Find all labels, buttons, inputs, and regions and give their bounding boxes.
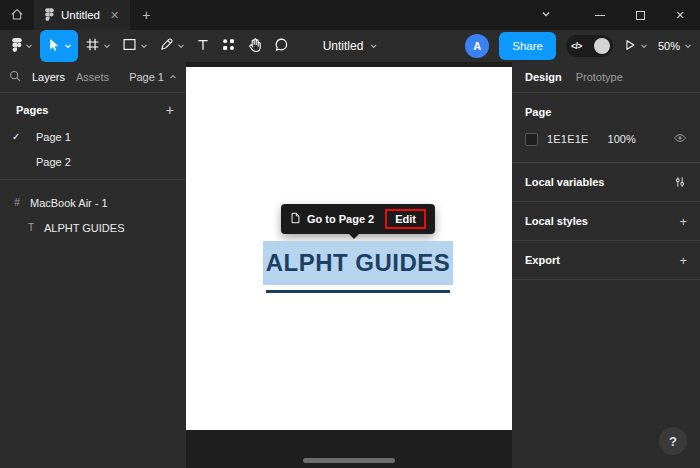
layer-item-text[interactable]: T ALPHT GUIDES xyxy=(0,215,186,240)
visibility-toggle[interactable] xyxy=(673,131,687,147)
home-icon xyxy=(10,8,24,23)
search-icon xyxy=(9,70,21,84)
color-hex-value[interactable]: 1E1E1E xyxy=(547,133,589,145)
main-area: Layers Assets Page 1 Pages + ✓ Page 1 xyxy=(0,62,700,468)
tab-close-icon[interactable]: ✕ xyxy=(110,9,119,22)
figma-app-window: Untitled ✕ + ✕ xyxy=(0,0,700,468)
local-styles-label: Local styles xyxy=(525,215,588,227)
minimize-icon xyxy=(595,15,605,16)
page-list-item-page-1[interactable]: ✓ Page 1 xyxy=(0,124,186,149)
frame-tool-button[interactable] xyxy=(81,30,115,62)
shape-tool-icon xyxy=(122,37,137,55)
go-to-page-button[interactable]: Go to Page 2 xyxy=(290,212,374,226)
share-button[interactable]: Share xyxy=(499,32,556,60)
resources-icon xyxy=(221,37,236,55)
local-styles-row[interactable]: Local styles + xyxy=(512,202,700,241)
zoom-menu[interactable]: 50% xyxy=(658,40,692,52)
left-sidebar: Layers Assets Page 1 Pages + ✓ Page 1 xyxy=(0,62,186,468)
tab-prototype[interactable]: Prototype xyxy=(576,71,623,83)
artboard-heading-text: ALPHT GUIDES xyxy=(266,249,451,277)
chevron-down-icon xyxy=(140,42,148,50)
hand-tool-icon xyxy=(247,37,263,56)
zoom-value: 50% xyxy=(658,40,680,52)
new-tab-button[interactable]: + xyxy=(130,0,162,30)
chevron-down-icon xyxy=(541,9,551,21)
layers-list: # MacBook Air - 1 T ALPHT GUIDES xyxy=(0,180,186,240)
layer-item-frame[interactable]: # MacBook Air - 1 xyxy=(0,190,186,215)
local-variables-row[interactable]: Local variables xyxy=(512,163,700,202)
window-menu-button[interactable] xyxy=(526,0,566,30)
plus-icon[interactable]: + xyxy=(679,214,687,229)
move-tool-button[interactable] xyxy=(40,30,78,62)
home-button[interactable] xyxy=(0,0,34,30)
context-toolbar: Go to Page 2 Edit xyxy=(281,204,435,234)
page-label: Page 1 xyxy=(36,131,71,143)
text-layer-icon: T xyxy=(26,222,36,233)
hand-tool-button[interactable] xyxy=(243,30,267,62)
resources-button[interactable] xyxy=(217,30,240,62)
page-color-row: 1E1E1E 100% xyxy=(525,131,687,147)
move-tool-icon xyxy=(46,37,61,55)
toolbar: Untitled A Share </> 50% xyxy=(0,30,700,62)
shape-tool-button[interactable] xyxy=(118,30,152,62)
play-icon xyxy=(623,38,637,54)
local-variables-label: Local variables xyxy=(525,176,605,188)
edit-button[interactable]: Edit xyxy=(385,209,426,229)
toggle-knob xyxy=(594,38,610,54)
chevron-down-icon xyxy=(369,42,377,50)
canvas[interactable]: Go to Page 2 Edit ALPHT GUIDES xyxy=(186,62,512,468)
pages-title: Pages xyxy=(16,104,48,116)
page-icon xyxy=(290,212,301,226)
color-swatch[interactable] xyxy=(525,133,538,146)
search-button[interactable] xyxy=(9,70,21,84)
export-label: Export xyxy=(525,254,560,266)
chevron-down-icon xyxy=(103,42,111,50)
main-menu-button[interactable] xyxy=(8,30,37,62)
page-label: Page 2 xyxy=(36,156,71,168)
comment-tool-button[interactable] xyxy=(270,30,293,62)
page-section-title: Page xyxy=(525,106,687,118)
present-button[interactable] xyxy=(623,38,648,54)
tab-title: Untitled xyxy=(61,9,100,21)
right-sidebar: Design Prototype Page 1E1E1E 100% xyxy=(512,62,700,468)
maximize-button[interactable] xyxy=(620,0,660,30)
avatar[interactable]: A xyxy=(465,34,489,58)
page-list-item-page-2[interactable]: Page 2 xyxy=(0,149,186,174)
left-sidebar-header: Layers Assets Page 1 xyxy=(0,62,186,93)
layer-label: ALPHT GUIDES xyxy=(44,222,125,234)
pages-header: Pages + xyxy=(0,103,186,124)
file-tab[interactable]: Untitled ✕ xyxy=(34,0,130,30)
export-row[interactable]: Export + xyxy=(512,241,700,280)
add-page-button[interactable]: + xyxy=(166,103,176,117)
heading-underline xyxy=(266,290,450,293)
document-title: Untitled xyxy=(323,39,364,53)
tab-design[interactable]: Design xyxy=(525,71,562,83)
text-tool-button[interactable] xyxy=(192,30,214,62)
figma-logo-icon xyxy=(45,8,54,23)
sliders-icon xyxy=(673,175,687,189)
page-selector-label: Page 1 xyxy=(129,71,164,83)
maximize-icon xyxy=(636,11,645,20)
chevron-down-icon xyxy=(177,42,185,50)
chevron-down-icon xyxy=(684,42,692,50)
minimize-button[interactable] xyxy=(580,0,620,30)
dev-mode-toggle[interactable]: </> xyxy=(566,35,613,57)
pages-section: Pages + ✓ Page 1 Page 2 xyxy=(0,93,186,180)
page-selector[interactable]: Page 1 xyxy=(129,71,177,83)
titlebar: Untitled ✕ + ✕ xyxy=(0,0,700,30)
artboard-frame[interactable]: Go to Page 2 Edit ALPHT GUIDES xyxy=(186,67,512,430)
chevron-down-icon xyxy=(25,42,33,50)
opacity-value[interactable]: 100% xyxy=(608,133,636,145)
help-button[interactable]: ? xyxy=(659,427,687,455)
page-properties-section: Page 1E1E1E 100% xyxy=(512,93,700,163)
tab-assets[interactable]: Assets xyxy=(76,71,109,83)
document-title-menu[interactable]: Untitled xyxy=(323,39,378,53)
plus-icon[interactable]: + xyxy=(679,253,687,268)
selected-text-element[interactable]: ALPHT GUIDES xyxy=(263,241,453,285)
tab-layers[interactable]: Layers xyxy=(32,71,65,83)
pen-tool-button[interactable] xyxy=(155,30,189,62)
close-button[interactable]: ✕ xyxy=(660,0,700,30)
checkmark-icon: ✓ xyxy=(8,131,36,142)
comment-icon xyxy=(274,37,289,55)
horizontal-scrollbar[interactable] xyxy=(303,458,395,463)
